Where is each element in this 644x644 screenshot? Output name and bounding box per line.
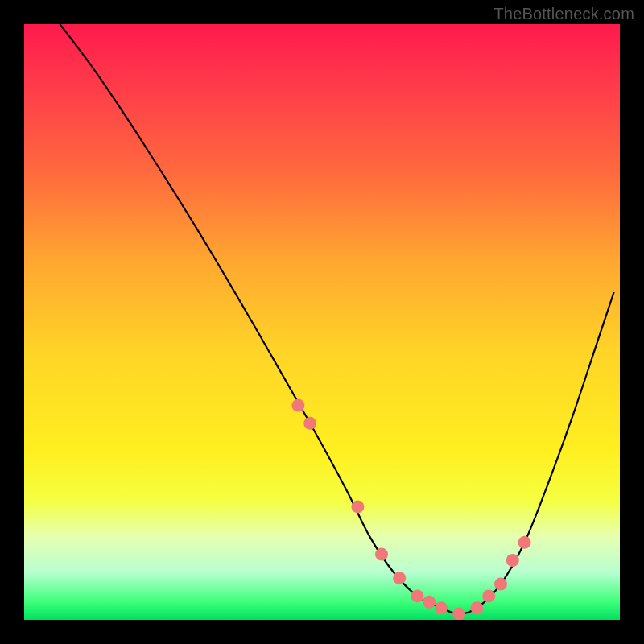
chart-dot: [303, 417, 316, 430]
chart-dot: [435, 601, 448, 614]
chart-curve: [60, 24, 613, 614]
chart-dot: [452, 608, 465, 620]
chart-dot: [494, 578, 507, 591]
chart-dot: [291, 399, 304, 412]
chart-dot: [411, 589, 423, 602]
chart-dot: [482, 589, 495, 602]
chart-dot: [518, 536, 531, 549]
chart-dot: [393, 572, 406, 584]
chart-dot: [351, 500, 364, 513]
chart-dot: [375, 548, 388, 561]
watermark-label: TheBottleneck.com: [493, 5, 634, 23]
chart-dot: [506, 554, 519, 567]
chart-dot: [423, 596, 436, 609]
chart-svg: [24, 24, 620, 620]
chart-dot: [470, 601, 483, 614]
chart-dots-group: [291, 399, 530, 620]
chart-plot-area: [24, 24, 620, 620]
